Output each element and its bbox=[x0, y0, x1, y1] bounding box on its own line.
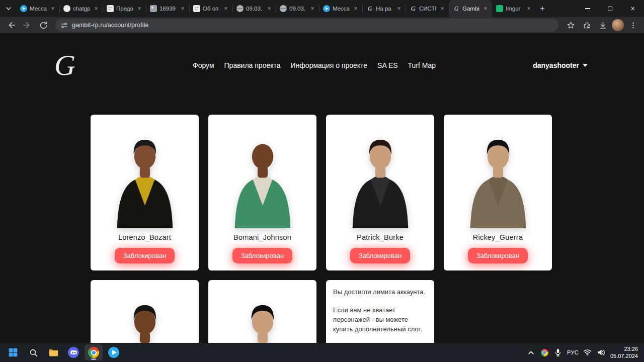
new-tab-button[interactable]: + bbox=[535, 0, 549, 17]
tab-close-icon[interactable]: × bbox=[49, 5, 56, 12]
url-text: gambit-rp.ru/account/profile bbox=[72, 22, 553, 29]
star-icon bbox=[567, 21, 575, 30]
character-portrait bbox=[91, 280, 199, 343]
downloads-button[interactable] bbox=[596, 19, 610, 32]
character-card[interactable]: Lorenzo_Bozart Заблокирован bbox=[91, 115, 199, 270]
volume-indicator[interactable] bbox=[597, 345, 606, 360]
tab-title: 09.03. bbox=[289, 6, 306, 12]
back-icon bbox=[7, 21, 16, 30]
character-portrait bbox=[444, 115, 552, 228]
tab-close-icon[interactable]: × bbox=[352, 5, 359, 12]
tab-search-button[interactable] bbox=[1, 0, 16, 17]
tab-close-icon[interactable]: × bbox=[309, 5, 316, 12]
download-icon bbox=[599, 21, 607, 30]
character-card[interactable]: Rickey_Guerra Заблокирован bbox=[444, 115, 552, 270]
maximize-button[interactable] bbox=[599, 0, 621, 17]
browser-tab[interactable]: На ра × bbox=[362, 0, 406, 17]
tab-close-icon[interactable]: × bbox=[439, 5, 446, 12]
back-button[interactable] bbox=[4, 19, 18, 32]
main-nav: Форум Правила проекта Информация о проек… bbox=[173, 61, 436, 69]
nav-link-forum[interactable]: Форум bbox=[193, 61, 214, 69]
browser-toolbar: gambit-rp.ru/account/profile bbox=[0, 17, 644, 33]
profile-avatar[interactable] bbox=[612, 19, 624, 31]
taskbar-search-button[interactable] bbox=[24, 344, 42, 360]
chevron-down-icon bbox=[6, 6, 12, 12]
forward-button[interactable] bbox=[20, 19, 34, 32]
browser-tab[interactable]: Imgur × bbox=[492, 0, 535, 17]
address-bar[interactable]: gambit-rp.ru/account/profile bbox=[55, 19, 558, 32]
wifi-icon bbox=[583, 349, 592, 356]
tab-title: 09.03. bbox=[246, 6, 263, 12]
reload-button[interactable] bbox=[36, 19, 50, 32]
chrome-button[interactable] bbox=[85, 344, 103, 360]
chevron-down-icon bbox=[583, 64, 588, 67]
tab-close-icon[interactable]: × bbox=[395, 5, 403, 12]
hidden-icons-button[interactable] bbox=[526, 345, 535, 360]
tab-close-icon[interactable]: × bbox=[179, 5, 186, 12]
chevron-up-icon bbox=[528, 349, 534, 356]
character-name: Patrick_Burke bbox=[357, 233, 404, 241]
browser-tab[interactable]: 16939 × bbox=[146, 0, 189, 17]
browser-tab[interactable]: Предо × bbox=[103, 0, 146, 17]
browser-menu-button[interactable] bbox=[626, 19, 640, 32]
tab-close-icon[interactable]: × bbox=[266, 5, 273, 12]
character-card[interactable]: Patrick_Burke Заблокирован bbox=[326, 115, 434, 270]
tab-close-icon[interactable]: × bbox=[525, 5, 532, 12]
status-badge-blocked[interactable]: Заблокирован bbox=[468, 248, 528, 263]
nav-link-rules[interactable]: Правила проекта bbox=[224, 61, 281, 69]
start-button[interactable] bbox=[4, 344, 22, 360]
character-portrait bbox=[208, 115, 316, 228]
nav-link-project-info[interactable]: Информация о проекте bbox=[291, 61, 368, 69]
discord-icon bbox=[68, 347, 79, 358]
status-badge-blocked[interactable]: Заблокирован bbox=[115, 248, 175, 263]
nav-link-turf-map[interactable]: Turf Map bbox=[408, 61, 436, 69]
browser-tab[interactable]: СИСТЕ × bbox=[406, 0, 449, 17]
browser-tab[interactable]: chatgp × bbox=[59, 0, 103, 17]
system-tray: РУС 23:26 05.07.2024 bbox=[526, 345, 640, 360]
browser-tab[interactable]: Об оп × bbox=[189, 0, 232, 17]
extensions-button[interactable] bbox=[580, 19, 594, 32]
file-explorer-button[interactable] bbox=[44, 344, 62, 360]
language-indicator[interactable]: РУС bbox=[567, 345, 579, 360]
character-card-partial[interactable] bbox=[91, 280, 199, 343]
windows-taskbar: РУС 23:26 05.07.2024 bbox=[0, 343, 644, 362]
clock[interactable]: 23:26 05.07.2024 bbox=[610, 345, 638, 360]
close-button[interactable]: × bbox=[621, 0, 644, 17]
window-controls: × bbox=[576, 0, 644, 17]
tray-chrome-button[interactable] bbox=[540, 345, 549, 360]
character-avatar-graphic bbox=[338, 129, 423, 228]
discord-button[interactable] bbox=[64, 344, 83, 360]
character-avatar-graphic bbox=[103, 129, 187, 228]
network-indicator[interactable] bbox=[583, 345, 592, 360]
character-portrait bbox=[326, 115, 434, 228]
tab-title: Предо bbox=[116, 6, 133, 12]
telegram-favicon bbox=[323, 5, 330, 12]
tab-close-icon[interactable]: × bbox=[136, 5, 143, 12]
account-name: danyashooter bbox=[533, 61, 579, 69]
browser-tab[interactable]: 09.03. × bbox=[276, 0, 319, 17]
site-logo[interactable]: G bbox=[54, 51, 75, 80]
character-card-partial[interactable] bbox=[208, 280, 316, 343]
tab-title: Об оп bbox=[203, 6, 220, 12]
tab-close-icon[interactable]: × bbox=[93, 5, 100, 12]
tab-close-icon[interactable]: × bbox=[222, 5, 229, 12]
tab-close-icon[interactable]: × bbox=[482, 5, 489, 12]
status-badge-blocked[interactable]: Заблокирован bbox=[350, 248, 410, 263]
browser-tab-active[interactable]: Gambi × bbox=[449, 0, 492, 17]
character-card[interactable]: Bomani_Johnson Заблокирован bbox=[208, 115, 316, 270]
status-badge-blocked[interactable]: Заблокирован bbox=[232, 248, 292, 263]
gambit-favicon bbox=[366, 5, 373, 12]
telegram-button[interactable] bbox=[105, 344, 123, 360]
tab-title: Месса bbox=[333, 6, 350, 12]
browser-tab[interactable]: Месса × bbox=[319, 0, 362, 17]
microphone-indicator[interactable] bbox=[553, 345, 562, 360]
account-menu[interactable]: danyashooter bbox=[533, 61, 588, 69]
nav-link-sa-es[interactable]: SA ES bbox=[377, 61, 397, 69]
site-header: G Форум Правила проекта Информация о про… bbox=[0, 33, 644, 85]
toolbar-actions bbox=[564, 19, 640, 32]
browser-tab[interactable]: 09.03. × bbox=[232, 0, 276, 17]
minimize-button[interactable] bbox=[576, 0, 599, 17]
browser-tab[interactable]: Месса × bbox=[16, 0, 59, 17]
bookmark-button[interactable] bbox=[564, 19, 578, 32]
chatgpt-favicon bbox=[63, 5, 70, 12]
